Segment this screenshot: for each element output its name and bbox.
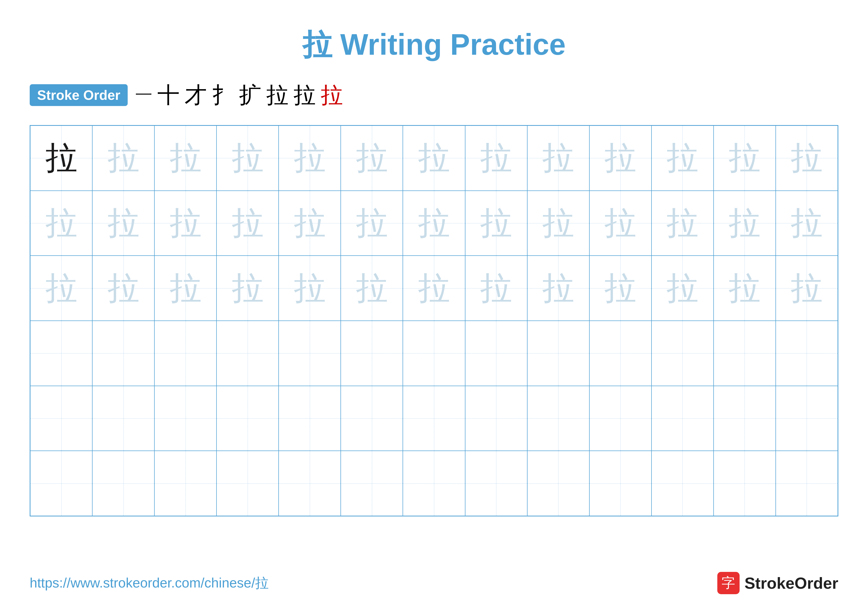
- grid-cell[interactable]: [589, 451, 651, 516]
- grid-cell[interactable]: 拉: [776, 191, 838, 256]
- grid-cell[interactable]: [651, 321, 714, 386]
- stroke-order-badge: Stroke Order: [30, 84, 128, 106]
- logo-icon: 字: [717, 572, 739, 594]
- grid-cell[interactable]: [92, 451, 154, 516]
- grid-cell[interactable]: 拉: [341, 191, 403, 256]
- grid-cell[interactable]: [776, 321, 838, 386]
- footer: https://www.strokeorder.com/chinese/拉 字 …: [30, 572, 838, 594]
- grid-cell[interactable]: [465, 451, 527, 516]
- grid-cell[interactable]: [154, 451, 217, 516]
- stroke-7: 拉: [293, 80, 316, 110]
- practice-grid: 拉拉拉拉拉拉拉拉拉拉拉拉拉拉拉拉拉拉拉拉拉拉拉拉拉拉拉拉拉拉拉拉拉拉拉拉拉拉拉: [30, 125, 838, 516]
- grid-cell[interactable]: 拉: [589, 191, 651, 256]
- grid-cell[interactable]: 拉: [279, 256, 341, 321]
- page-title: 拉 Writing Practice: [30, 25, 838, 65]
- grid-cell[interactable]: [776, 386, 838, 451]
- grid-cell[interactable]: [465, 321, 527, 386]
- grid-cell[interactable]: 拉: [217, 191, 279, 256]
- grid-cell[interactable]: [714, 451, 776, 516]
- grid-cell[interactable]: 拉: [154, 256, 217, 321]
- grid-cell[interactable]: [651, 451, 714, 516]
- grid-cell[interactable]: 拉: [776, 126, 838, 191]
- grid-cell[interactable]: [341, 321, 403, 386]
- grid-cell[interactable]: [403, 321, 465, 386]
- grid-cell[interactable]: 拉: [651, 126, 714, 191]
- grid-cell[interactable]: 拉: [776, 256, 838, 321]
- grid-cell[interactable]: 拉: [403, 191, 465, 256]
- grid-cell[interactable]: [217, 451, 279, 516]
- grid-cell[interactable]: [279, 386, 341, 451]
- grid-cell[interactable]: [589, 321, 651, 386]
- grid-cell[interactable]: 拉: [30, 126, 92, 191]
- grid-cell[interactable]: [589, 386, 651, 451]
- grid-cell[interactable]: [714, 386, 776, 451]
- grid-cell[interactable]: [30, 321, 92, 386]
- stroke-2: 十: [157, 80, 180, 110]
- stroke-6: 拉: [266, 80, 288, 110]
- grid-cell[interactable]: 拉: [92, 126, 154, 191]
- grid-cell[interactable]: 拉: [714, 256, 776, 321]
- grid-cell[interactable]: 拉: [217, 126, 279, 191]
- grid-cell[interactable]: 拉: [217, 256, 279, 321]
- grid-cell[interactable]: [651, 386, 714, 451]
- grid-cell[interactable]: 拉: [92, 256, 154, 321]
- grid-cell[interactable]: 拉: [465, 256, 527, 321]
- grid-cell[interactable]: [527, 321, 589, 386]
- grid-cell[interactable]: 拉: [403, 126, 465, 191]
- grid-cell[interactable]: 拉: [403, 256, 465, 321]
- grid-cell[interactable]: [341, 451, 403, 516]
- grid-cell[interactable]: 拉: [651, 191, 714, 256]
- grid-cell[interactable]: 拉: [651, 256, 714, 321]
- grid-cell[interactable]: 拉: [465, 191, 527, 256]
- grid-cell[interactable]: [154, 386, 217, 451]
- grid-cell[interactable]: 拉: [154, 126, 217, 191]
- grid-cell[interactable]: 拉: [527, 256, 589, 321]
- grid-cell[interactable]: [30, 451, 92, 516]
- grid-cell[interactable]: [403, 386, 465, 451]
- footer-url: https://www.strokeorder.com/chinese/拉: [30, 574, 269, 592]
- grid-cell[interactable]: [465, 386, 527, 451]
- grid-cell[interactable]: [527, 386, 589, 451]
- grid-cell[interactable]: 拉: [465, 126, 527, 191]
- stroke-3: 才: [184, 80, 207, 110]
- grid-cell[interactable]: 拉: [279, 126, 341, 191]
- grid-cell[interactable]: 拉: [30, 191, 92, 256]
- grid-cell[interactable]: 拉: [30, 256, 92, 321]
- grid-cell[interactable]: [217, 386, 279, 451]
- grid-cell[interactable]: 拉: [341, 256, 403, 321]
- grid-cell[interactable]: 拉: [589, 126, 651, 191]
- grid-cell[interactable]: 拉: [589, 256, 651, 321]
- stroke-sequence: 一 十 才 扌 扩 拉 拉 拉: [135, 80, 343, 110]
- grid-cell[interactable]: 拉: [714, 126, 776, 191]
- grid-cell[interactable]: 拉: [279, 191, 341, 256]
- grid-cell[interactable]: [527, 451, 589, 516]
- grid-cell[interactable]: 拉: [341, 126, 403, 191]
- grid-cell[interactable]: 拉: [154, 191, 217, 256]
- grid-cell[interactable]: [279, 321, 341, 386]
- grid-cell[interactable]: [92, 321, 154, 386]
- stroke-8: 拉: [321, 80, 343, 110]
- grid-cell[interactable]: [714, 321, 776, 386]
- grid-cell[interactable]: [279, 451, 341, 516]
- grid-cell[interactable]: [341, 386, 403, 451]
- grid-cell[interactable]: [30, 386, 92, 451]
- stroke-5: 扩: [239, 80, 261, 110]
- grid-cell[interactable]: 拉: [714, 191, 776, 256]
- stroke-order-row: Stroke Order 一 十 才 扌 扩 拉 拉 拉: [30, 80, 838, 110]
- grid-cell[interactable]: [154, 321, 217, 386]
- grid-cell[interactable]: [776, 451, 838, 516]
- page: 拉 Writing Practice Stroke Order 一 十 才 扌 …: [0, 0, 868, 614]
- grid-cell[interactable]: 拉: [527, 126, 589, 191]
- grid-cell[interactable]: [217, 321, 279, 386]
- logo-text: StrokeOrder: [744, 574, 838, 592]
- footer-logo: 字 StrokeOrder: [717, 572, 838, 594]
- grid-cell[interactable]: 拉: [92, 191, 154, 256]
- grid-cell[interactable]: [403, 451, 465, 516]
- stroke-4: 扌: [212, 80, 234, 110]
- grid-cell[interactable]: 拉: [527, 191, 589, 256]
- grid-cell[interactable]: [92, 386, 154, 451]
- stroke-1: 一: [135, 84, 152, 107]
